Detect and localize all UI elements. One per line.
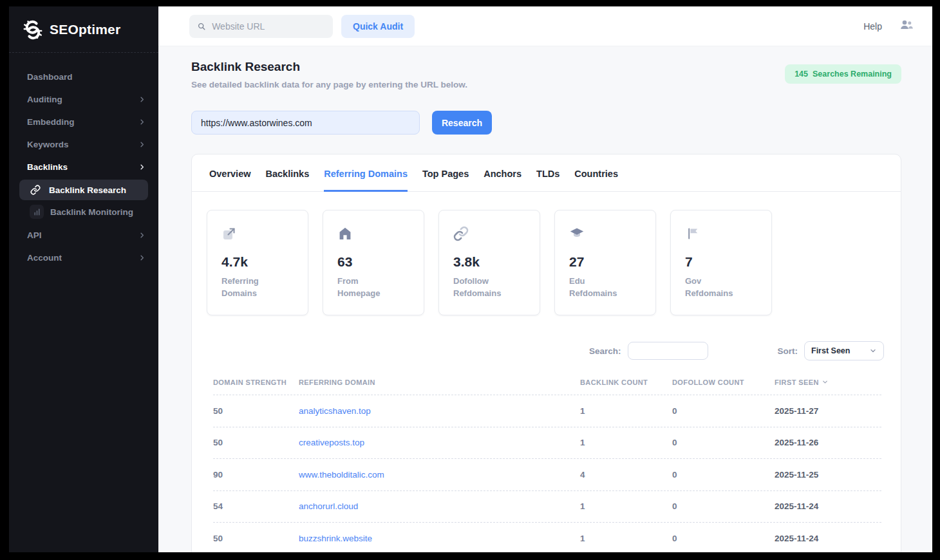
page-title: Backlink Research [191,60,467,74]
tab-top-pages[interactable]: Top Pages [422,154,469,192]
website-url-input[interactable] [212,21,325,32]
searches-remaining-badge: 145 Searches Remaining [785,64,901,84]
page-header: Backlink Research See detailed backlink … [191,60,901,89]
sidebar-item-label: Auditing [27,95,62,104]
sidebar-item-embedding[interactable]: Embedding [9,111,158,133]
tab-anchors[interactable]: Anchors [484,154,522,192]
sort-select-value: First Seen [811,346,850,355]
domain-strength-cell: 50 [213,406,299,416]
sidebar: SEOptimer Dashboard Auditing Embedding K… [9,6,158,552]
dofollow-count-cell: 0 [672,501,775,511]
dofollow-count-cell: 0 [672,534,775,543]
sidebar-item-auditing[interactable]: Auditing [9,88,158,111]
quick-audit-button[interactable]: Quick Audit [341,15,415,38]
website-url-search[interactable] [189,15,333,38]
sidebar-item-label: Backlinks [27,162,68,172]
chevron-right-icon [138,118,146,126]
backlink-count-cell: 1 [580,534,672,543]
sidebar-item-account[interactable]: Account [9,247,158,269]
chevron-right-icon [138,141,146,148]
stat-label: Edu Refdomains [569,275,634,299]
referring-domain-link[interactable]: buzzshrink.website [299,534,372,543]
referring-domain-link[interactable]: anchorurl.cloud [299,501,358,511]
table-controls: Search: Sort: First Seen [192,341,901,360]
stat-card-referring-domains: 4.7k Referring Domains [207,210,308,315]
dofollow-count-cell: 0 [672,438,775,447]
first-seen-cell: 2025-11-24 [775,534,881,543]
link-icon [453,226,469,241]
table-row: 50 creativeposts.top 1 0 2025-11-26 [213,427,881,460]
sidebar-item-api[interactable]: API [9,224,158,247]
research-button[interactable]: Research [432,111,492,135]
stat-label: Referring Domains [221,275,286,299]
column-header-referring-domain: Referring Domain [299,378,580,386]
column-header-backlink-count: Backlink Count [580,378,672,386]
searches-remaining-label: Searches Remaining [813,70,892,79]
page-subtitle: See detailed backlink data for any page … [191,80,467,89]
app-window: SEOptimer Dashboard Auditing Embedding K… [9,6,932,552]
sidebar-item-label: Keywords [27,140,69,149]
stat-cards: 4.7k Referring Domains 63 From Homepage … [192,192,901,315]
page-content: Backlink Research See detailed backlink … [158,46,932,552]
referring-domain-link[interactable]: analyticshaven.top [299,406,371,416]
main-area: Quick Audit Help Backlink Research See d… [158,6,932,552]
stat-card-edu-refdomains: 27 Edu Refdomains [554,210,656,315]
chevron-right-icon [138,232,146,239]
tab-backlinks[interactable]: Backlinks [266,154,310,192]
sidebar-item-keywords[interactable]: Keywords [9,133,158,156]
backlink-count-cell: 1 [580,438,672,447]
tab-countries[interactable]: Countries [574,154,618,192]
stat-card-from-homepage: 63 From Homepage [323,210,424,315]
graduation-cap-icon [569,226,585,241]
column-header-first-seen[interactable]: First Seen [775,378,881,386]
first-seen-cell: 2025-11-25 [775,470,881,480]
url-research-row: Research [191,111,901,135]
sidebar-item-backlink-monitoring[interactable]: Backlink Monitoring [19,201,148,222]
topbar: Quick Audit Help [158,6,932,46]
first-seen-cell: 2025-11-24 [775,501,881,511]
table-row: 54 anchorurl.cloud 1 0 2025-11-24 [213,491,881,523]
stat-value: 27 [569,254,641,270]
results-panel: Overview Backlinks Referring Domains Top… [191,154,901,552]
table-row: 50 buzzshrink.website 1 0 2025-11-24 [213,523,881,552]
chevron-right-icon [138,163,146,171]
backlink-count-cell: 4 [580,470,672,480]
stat-card-gov-refdomains: 7 Gov Refdomains [670,210,772,315]
tab-overview[interactable]: Overview [209,154,251,192]
research-url-input[interactable] [191,111,420,135]
seoptimer-gear-icon [22,19,44,41]
domain-strength-cell: 54 [213,501,299,511]
backlink-count-cell: 1 [580,501,672,511]
domain-strength-cell: 90 [213,470,299,480]
search-icon [197,21,206,32]
tab-referring-domains[interactable]: Referring Domains [324,154,408,192]
sidebar-item-label: Dashboard [27,72,73,82]
sidebar-item-backlink-research[interactable]: Backlink Research [19,180,148,200]
help-link[interactable]: Help [863,21,882,32]
sort-select[interactable]: First Seen [804,341,884,360]
sidebar-item-dashboard[interactable]: Dashboard [9,66,158,88]
sidebar-item-backlinks[interactable]: Backlinks [9,156,158,178]
users-avatar-icon[interactable] [899,17,914,35]
chevron-right-icon [138,254,146,261]
stat-value: 7 [685,254,757,270]
stat-label: Gov Refdomains [685,275,749,299]
dofollow-count-cell: 0 [672,470,775,480]
referring-domain-link[interactable]: creativeposts.top [299,438,364,447]
tab-tlds[interactable]: TLDs [536,154,559,192]
domain-strength-cell: 50 [213,438,299,447]
referring-domain-link[interactable]: www.thebolditalic.com [299,470,384,480]
column-header-label: First Seen [775,378,819,386]
logo[interactable]: SEOptimer [9,6,158,53]
column-header-domain-strength: Domain Strength [213,378,299,386]
topbar-right: Help [863,17,914,35]
table-row: 50 analyticshaven.top 1 0 2025-11-27 [213,395,881,427]
table-search-input[interactable] [628,342,708,360]
external-link-icon [221,226,237,241]
sidebar-subitem-label: Backlink Monitoring [50,207,133,217]
link-icon [30,185,41,195]
sidebar-item-label: Embedding [27,117,75,127]
sidebar-nav: Dashboard Auditing Embedding Keywords Ba… [9,53,158,269]
chevron-down-icon [869,347,877,355]
first-seen-cell: 2025-11-27 [775,406,881,416]
